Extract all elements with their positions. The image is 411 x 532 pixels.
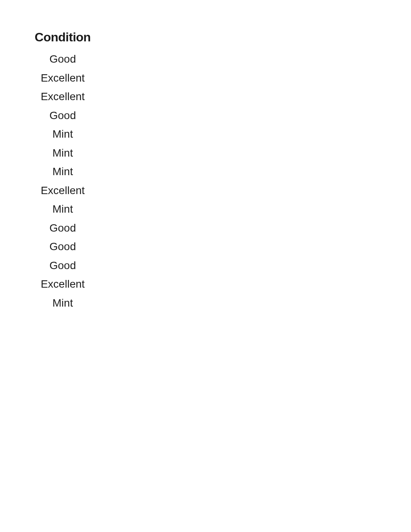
- column-header: Condition: [32, 30, 94, 44]
- table-row: Good: [32, 237, 94, 256]
- condition-table: Condition Good Excellent Excellent Good …: [0, 0, 411, 312]
- table-row: Good: [32, 219, 94, 238]
- table-row: Excellent: [32, 275, 94, 294]
- table-row: Mint: [32, 125, 94, 144]
- table-row: Mint: [32, 294, 94, 313]
- table-row: Excellent: [32, 87, 94, 106]
- table-row: Good: [32, 50, 94, 69]
- table-row: Good: [32, 256, 94, 275]
- table-row: Mint: [32, 200, 94, 219]
- table-row: Good: [32, 106, 94, 125]
- table-row: Mint: [32, 162, 94, 181]
- table-row: Excellent: [32, 181, 94, 200]
- table-row: Mint: [32, 144, 94, 163]
- table-row: Excellent: [32, 69, 94, 88]
